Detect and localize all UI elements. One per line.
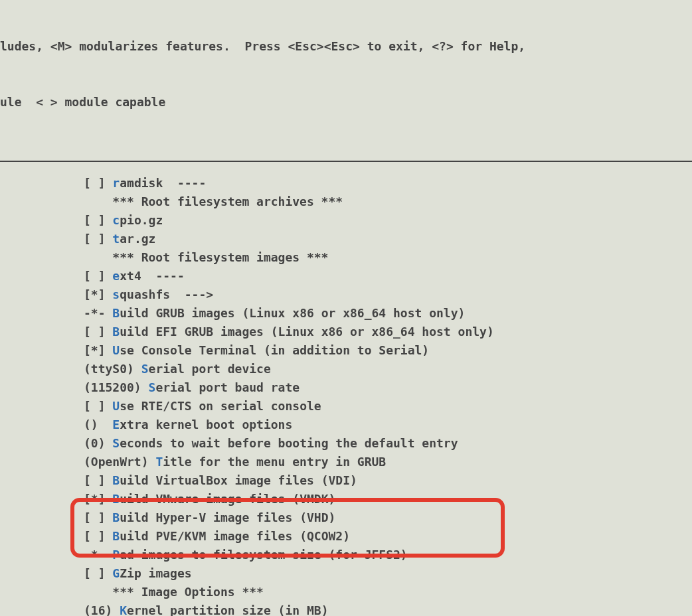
menu-item[interactable]: (ttyS0) Serial port device <box>84 360 692 378</box>
prefix: (OpenWrt) <box>84 455 155 469</box>
label: erial port device <box>149 362 271 376</box>
label: erial port baud rate <box>155 380 300 394</box>
prefix: [ ] <box>84 325 112 339</box>
menu-item[interactable]: [ ] Build Hyper-V image files (VHD) <box>84 508 692 527</box>
hotkey: S <box>141 362 149 376</box>
label: Zip images <box>120 566 191 580</box>
hotkey: e <box>112 269 120 283</box>
hotkey: B <box>112 306 120 320</box>
hotkey: B <box>112 529 120 543</box>
hotkey: S <box>112 436 120 450</box>
hotkey: U <box>112 399 120 413</box>
menu-item[interactable]: () Extra kernel boot options <box>84 416 692 434</box>
menu-item[interactable]: [ ] ext4 ---- <box>84 267 692 285</box>
menu-item[interactable]: [ ] cpio.gz <box>84 211 692 230</box>
label: quashfs ---> <box>120 287 213 301</box>
menu-item[interactable]: (OpenWrt) Title for the menu entry in GR… <box>84 453 692 471</box>
menu-item[interactable]: -*- Build GRUB images (Linux x86 or x86_… <box>84 304 692 323</box>
hotkey: c <box>112 213 120 227</box>
menu-item[interactable]: [*] squashfs ---> <box>84 285 692 304</box>
label: ad images to filesystem size (for JFFS2) <box>120 548 407 562</box>
hotkey: U <box>112 343 120 357</box>
label: itle for the menu entry in GRUB <box>163 455 386 469</box>
menu-item: *** Root filesystem archives *** <box>84 193 692 211</box>
hotkey: K <box>120 603 127 616</box>
label: uild Hyper-V image files (VHD) <box>120 510 335 524</box>
prefix: [ ] <box>84 232 112 246</box>
label: uild GRUB images (Linux x86 or x86_64 ho… <box>120 306 465 320</box>
label: pio.gz <box>120 213 163 227</box>
hint-line-2: ule < > module capable <box>0 93 692 112</box>
hotkey: P <box>112 548 120 562</box>
hotkey: t <box>112 232 120 246</box>
hotkey: B <box>112 325 120 339</box>
hotkey: r <box>112 176 120 190</box>
prefix: [*] <box>84 492 112 506</box>
prefix: [ ] <box>84 529 112 543</box>
label: xtra kernel boot options <box>120 418 292 431</box>
prefix: [ ] <box>84 510 112 524</box>
menu-item[interactable]: (115200) Serial port baud rate <box>84 378 692 397</box>
prefix: (16) <box>84 603 120 616</box>
menu-item[interactable]: [ ] Use RTE/CTS on serial console <box>84 397 692 416</box>
menu-item: *** Root filesystem images *** <box>84 248 692 267</box>
label: uild EFI GRUB images (Linux x86 or x86_6… <box>120 325 494 339</box>
menu-item[interactable]: -*- Pad images to filesystem size (for J… <box>84 546 692 564</box>
menu-item[interactable]: [*] Build VMware image files (VMDK) <box>84 490 692 508</box>
hotkey: T <box>155 455 163 469</box>
label: amdisk ---- <box>120 176 206 190</box>
menu-item[interactable]: [ ] Build EFI GRUB images (Linux x86 or … <box>84 323 692 341</box>
label: uild VMware image files (VMDK) <box>120 492 335 506</box>
hotkey: B <box>112 473 120 487</box>
menu-list[interactable]: [ ] ramdisk ---- *** Root filesystem arc… <box>0 174 692 616</box>
menu-item[interactable]: (0) Seconds to wait before booting the d… <box>84 434 692 453</box>
menu-item: *** Image Options *** <box>84 583 692 601</box>
hotkey: S <box>149 380 156 394</box>
prefix: [ ] <box>84 566 112 580</box>
hotkey: s <box>112 287 120 301</box>
menu-item[interactable]: [*] Use Console Terminal (in addition to… <box>84 341 692 360</box>
menu-item[interactable]: [ ] tar.gz <box>84 230 692 248</box>
separator <box>0 161 692 162</box>
menu-item[interactable]: (16) Kernel partition size (in MB) <box>84 601 692 616</box>
prefix: (ttyS0) <box>84 362 141 376</box>
hotkey: E <box>112 418 120 431</box>
prefix: [*] <box>84 343 112 357</box>
label: uild VirtualBox image files (VDI) <box>120 473 357 487</box>
prefix: -*- <box>84 548 112 562</box>
label: ernel partition size (in MB) <box>127 603 328 616</box>
hotkey: B <box>112 492 120 506</box>
menu-item[interactable]: [ ] GZip images <box>84 564 692 583</box>
prefix: [ ] <box>84 176 112 190</box>
help-hints: ludes, <M> modularizes features. Press <… <box>0 0 692 149</box>
hotkey: G <box>112 566 120 580</box>
prefix: [ ] <box>84 269 112 283</box>
prefix: () <box>84 418 112 431</box>
prefix: -*- <box>84 306 112 320</box>
prefix: [ ] <box>84 473 112 487</box>
hint-line-1: ludes, <M> modularizes features. Press <… <box>0 37 692 56</box>
prefix: [ ] <box>84 213 112 227</box>
label: se RTE/CTS on serial console <box>120 399 321 413</box>
label: ar.gz <box>120 232 155 246</box>
hotkey: B <box>112 510 120 524</box>
menu-item[interactable]: [ ] ramdisk ---- <box>84 174 692 193</box>
prefix: (115200) <box>84 380 149 394</box>
label: se Console Terminal (in addition to Seri… <box>120 343 429 357</box>
label: uild PVE/KVM image files (QCOW2) <box>120 529 350 543</box>
prefix: [*] <box>84 287 112 301</box>
prefix: (0) <box>84 436 112 450</box>
menu-item[interactable]: [ ] Build PVE/KVM image files (QCOW2) <box>84 527 692 546</box>
label: xt4 ---- <box>120 269 185 283</box>
prefix: [ ] <box>84 399 112 413</box>
menu-item[interactable]: [ ] Build VirtualBox image files (VDI) <box>84 471 692 490</box>
label: econds to wait before booting the defaul… <box>120 436 458 450</box>
